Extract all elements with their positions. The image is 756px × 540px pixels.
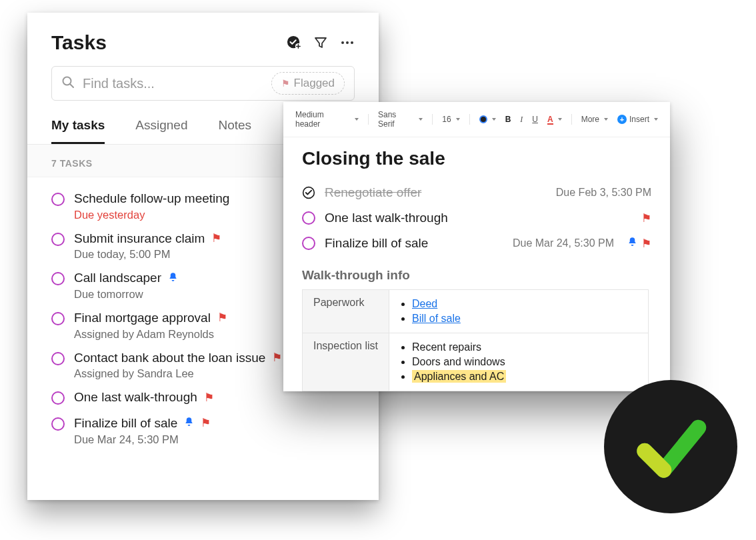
svg-line-6: [71, 85, 74, 88]
flag-icon: ⚑: [272, 351, 282, 365]
task-title: Finalize bill of sale: [74, 415, 177, 432]
svg-point-4: [351, 41, 353, 44]
flag-icon: ⚑: [641, 237, 651, 251]
table-cell-paperwork: Deed Bill of sale: [389, 290, 649, 333]
bell-icon: [184, 416, 194, 431]
task-title: Contact bank about the loan issue: [74, 350, 265, 367]
toolbar-separator: [571, 114, 572, 125]
task-title: Schedule follow-up meeting: [74, 191, 229, 207]
link-bill-of-sale[interactable]: Bill of sale: [412, 313, 461, 324]
plus-icon: +: [617, 115, 627, 124]
link-deed[interactable]: Deed: [412, 298, 437, 309]
note-task-due: Due Mar 24, 5:30 PM: [513, 237, 614, 249]
editor-toolbar: Medium header Sans Serif 16 B I U A More…: [283, 102, 670, 137]
task-checkbox[interactable]: [51, 233, 65, 246]
table-label-inspection: Inspection list: [303, 333, 389, 391]
task-due: Due Mar 24, 5:30 PM: [74, 433, 360, 446]
font-color-button[interactable]: A: [545, 113, 565, 125]
underline-button[interactable]: U: [529, 113, 541, 125]
flag-icon: ⚑: [201, 416, 211, 431]
highlighted-text: Appliances and AC: [412, 370, 506, 383]
walkthrough-table: Paperwork Deed Bill of sale Inspection l…: [302, 289, 649, 391]
tab-notes[interactable]: Notes: [218, 118, 251, 144]
flagged-chip-label: Flagged: [294, 77, 335, 90]
flag-icon: ⚑: [204, 391, 214, 405]
inspection-item: Recent repairs: [412, 340, 637, 355]
note-task-title: One last walk-through: [325, 211, 628, 225]
task-checkbox[interactable]: [302, 237, 315, 250]
inspection-item: Appliances and AC: [412, 369, 637, 384]
add-task-icon[interactable]: [287, 35, 301, 50]
walkthrough-heading: Walk-through info: [302, 268, 651, 283]
bold-button[interactable]: B: [503, 113, 514, 125]
note-task-row[interactable]: One last walk-through ⚑: [302, 205, 651, 231]
task-title: One last walk-through: [74, 389, 197, 406]
svg-point-5: [63, 77, 71, 85]
note-body[interactable]: Closing the sale Renegotiate offer Due F…: [283, 137, 670, 391]
tasks-header-actions: [287, 35, 355, 50]
search-box[interactable]: ⚑ Flagged: [51, 66, 355, 101]
tab-assigned[interactable]: Assigned: [135, 118, 187, 144]
flag-icon: ⚑: [217, 311, 227, 325]
task-checkbox[interactable]: [302, 211, 315, 225]
task-checkbox[interactable]: [51, 352, 65, 365]
task-checkbox[interactable]: [51, 312, 65, 325]
text-color-dropdown[interactable]: [477, 114, 499, 125]
header-style-dropdown[interactable]: Medium header: [293, 109, 361, 130]
task-title: Final mortgage approval: [74, 310, 211, 327]
note-task-due: Due Feb 3, 5:30 PM: [556, 187, 651, 199]
more-dropdown[interactable]: More: [579, 113, 611, 125]
bell-icon: [168, 271, 178, 286]
toolbar-separator: [469, 114, 470, 125]
svg-point-3: [346, 41, 349, 44]
tab-my-tasks[interactable]: My tasks: [51, 118, 105, 144]
search-icon: [61, 75, 75, 91]
table-label-paperwork: Paperwork: [303, 290, 389, 333]
search-input[interactable]: [83, 76, 263, 91]
task-checkbox[interactable]: [51, 391, 65, 405]
note-task-row[interactable]: Finalize bill of sale Due Mar 24, 5:30 P…: [302, 231, 651, 256]
task-checkbox-done[interactable]: [302, 186, 315, 199]
svg-point-2: [341, 41, 344, 44]
task-title: Call landscaper: [74, 270, 161, 287]
flag-icon: ⚑: [211, 231, 221, 246]
note-title[interactable]: Closing the sale: [302, 148, 651, 169]
table-cell-inspection: Recent repairs Doors and windows Applian…: [389, 333, 649, 391]
color-swatch-icon: [479, 115, 487, 123]
font-size-dropdown[interactable]: 16: [439, 113, 462, 125]
task-checkbox[interactable]: [51, 417, 65, 431]
tasks-title: Tasks: [51, 31, 287, 54]
checkmark-badge: [604, 380, 737, 513]
inspection-item: Doors and windows: [412, 355, 637, 369]
font-color-icon: A: [547, 115, 553, 124]
insert-label: Insert: [629, 115, 649, 124]
task-checkbox[interactable]: [51, 272, 65, 285]
flag-icon: ⚑: [641, 211, 651, 225]
toolbar-separator: [368, 114, 369, 125]
task-title: Submit insurance claim: [74, 231, 205, 247]
toolbar-separator: [432, 114, 433, 125]
filter-icon[interactable]: [313, 35, 328, 50]
more-icon[interactable]: [340, 35, 355, 50]
note-task-title: Renegotiate offer: [325, 185, 547, 200]
check-icon: [627, 403, 714, 490]
task-row[interactable]: Finalize bill of sale ⚑ Due Mar 24, 5:30…: [51, 409, 360, 449]
bell-icon: [627, 237, 637, 250]
note-task-title: Finalize bill of sale: [325, 236, 503, 251]
italic-button[interactable]: I: [517, 113, 525, 126]
tasks-header: Tasks: [27, 13, 379, 66]
note-task-row[interactable]: Renegotiate offer Due Feb 3, 5:30 PM: [302, 180, 651, 205]
insert-button[interactable]: + Insert: [615, 113, 661, 125]
flag-icon: ⚑: [281, 78, 290, 89]
font-family-dropdown[interactable]: Sans Serif: [375, 109, 425, 130]
note-panel: Medium header Sans Serif 16 B I U A More…: [283, 102, 670, 391]
task-checkbox[interactable]: [51, 193, 65, 206]
flagged-filter-chip[interactable]: ⚑ Flagged: [271, 72, 345, 95]
